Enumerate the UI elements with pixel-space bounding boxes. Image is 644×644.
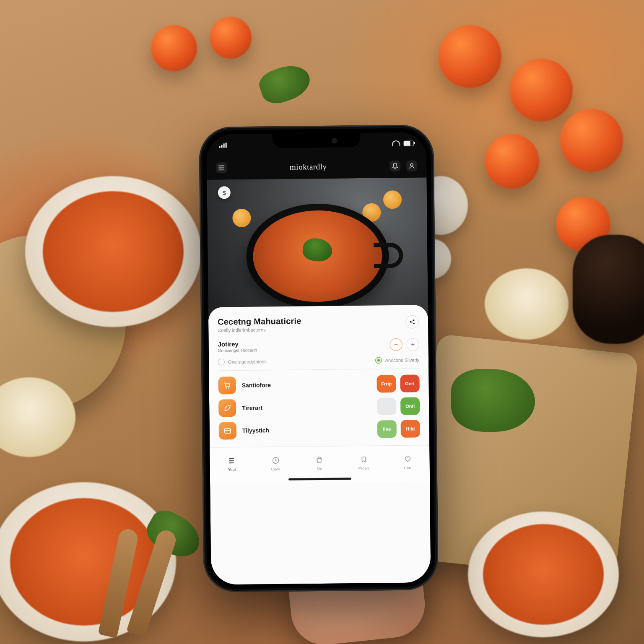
wifi-icon [392,140,400,146]
svg-point-3 [413,323,415,324]
clock-icon [270,455,280,465]
svg-point-4 [226,387,227,389]
food-bowl [25,176,201,327]
ingredient-row[interactable]: Tirerart Onfi [218,397,420,417]
phone-screen: mioktardly $ [206,132,431,584]
recipe-hero: $ [207,177,428,318]
citrus-slice [383,190,402,209]
tomato [485,134,539,189]
tab-label: Cook [271,467,280,471]
bell-icon [392,163,398,169]
status-left [219,143,230,148]
food-bowl [468,512,619,637]
signal-icon [219,143,227,148]
section-subtitle: Gonsiengel Thobarth [218,348,257,353]
notification-button[interactable] [390,161,400,171]
box-icon [223,426,232,435]
tomato [560,109,623,172]
recipe-card: Cecetng Mahuaticrie Coaliy indierimbacto… [208,305,431,584]
tab-label: Proan [358,466,369,470]
tomato [210,17,252,59]
tab-cook[interactable]: Cook [270,455,280,471]
ingredient-icon [218,377,236,394]
chip-button[interactable]: Hild [401,420,420,437]
basil-leaf-icon [301,237,333,263]
plus-icon [411,343,415,347]
photo-backdrop: mioktardly $ [0,0,644,644]
user-icon [409,163,415,169]
menu-icon [218,165,224,170]
ingredient-icon [218,399,236,417]
price-badge[interactable]: $ [218,186,231,199]
ingredient-icon [219,422,236,439]
pan-handle [374,243,403,268]
status-left-label: One sigeedatnioes [228,359,267,364]
svg-point-1 [410,321,411,322]
heart-icon [402,454,413,464]
ingredient-list: Santiofore Frrip Gert Tirer [218,374,420,439]
tab-market[interactable]: Mrt [314,455,325,471]
tab-label: Mrt [317,467,322,471]
battery-icon [404,140,414,146]
minus-icon [394,343,398,347]
menu-button[interactable] [216,162,227,173]
chip-button[interactable]: line [377,420,397,438]
status-right [389,140,414,147]
chip-button[interactable] [377,397,396,415]
phone-device: mioktardly $ [199,125,439,592]
chip-button[interactable]: Frrip [377,375,396,392]
status-right-label: Anocons Slivedy [385,357,419,363]
ingredient-row[interactable]: Santiofore Frrip Gert [218,374,419,394]
cart-icon [223,381,231,390]
tomato [151,25,197,71]
ingredient-name: Tirerart [242,403,371,411]
recipe-subtitle: Coaliy indierimbactores [218,326,400,333]
tomato [439,25,501,88]
radio-unchecked-icon[interactable] [218,358,225,365]
svg-point-0 [410,164,413,166]
tomato [510,59,573,122]
chip-button[interactable]: Onfi [400,397,420,415]
tab-home[interactable]: Youl [227,456,237,472]
citrus-slice [232,209,251,227]
bag-icon [314,455,325,465]
home-indicator[interactable] [288,478,351,480]
ingredient-name: Tilyystich [242,426,371,434]
bookmark-icon [358,454,369,465]
ingredient-name: Santiofore [242,381,371,389]
ingredient-row[interactable]: Tilyystich line Hild [219,420,420,439]
increase-button[interactable] [407,338,419,351]
svg-point-2 [413,319,414,321]
radio-checked-icon[interactable] [375,357,382,364]
svg-point-5 [228,387,229,389]
profile-button[interactable] [406,161,417,171]
status-row: One sigeedatnioes Anocons Slivedy [218,356,419,371]
section-title: Jotirey [218,340,257,348]
recipe-title: Cecetng Mahuaticrie [218,315,400,327]
app-title: mioktardly [290,162,327,172]
tab-bar: Youl Cook Mrt [210,445,430,483]
chip-button[interactable]: Gert [400,374,419,392]
svg-rect-6 [225,428,231,433]
grain-bowl [485,268,569,340]
tab-label: Ctar [404,466,411,470]
share-button[interactable] [405,315,419,328]
tab-favorites[interactable]: Ctar [402,454,413,470]
herb [256,60,314,108]
herb [451,369,535,432]
decrease-button[interactable] [390,338,402,351]
list-icon [227,456,237,466]
notch [272,133,360,148]
share-icon [409,319,415,325]
tab-label: Youl [228,467,236,472]
app-header: mioktardly [207,154,427,179]
tab-plan[interactable]: Proan [358,454,369,470]
leaf-icon [223,404,231,412]
cooking-pan [246,203,390,309]
jar [573,235,644,344]
